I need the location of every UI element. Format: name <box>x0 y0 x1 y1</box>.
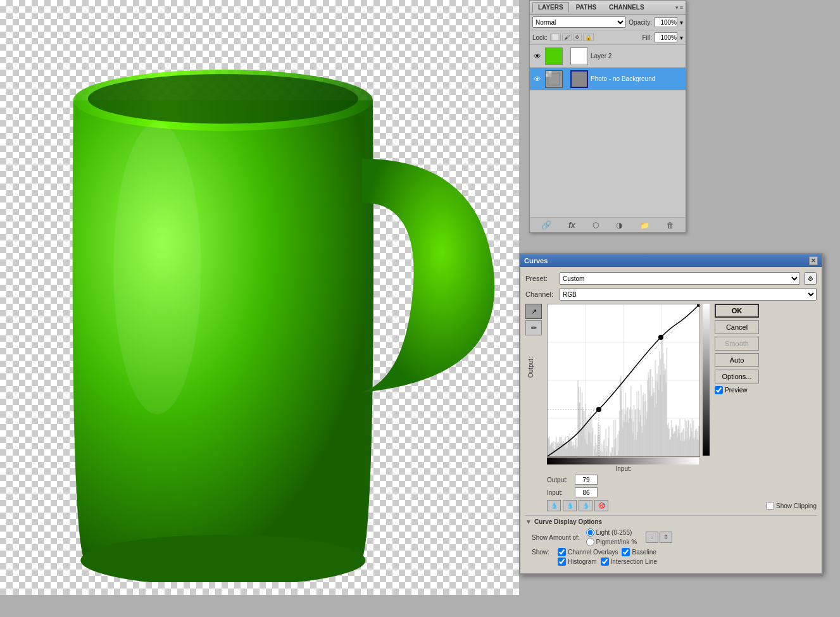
layer-mask-thumbnail <box>570 70 588 88</box>
lock-label: Lock: <box>532 34 548 41</box>
channel-overlays-checkbox[interactable] <box>558 548 566 556</box>
output-value-label: Output: <box>547 477 572 483</box>
grid-fine-button[interactable]: :: <box>646 532 658 543</box>
light-radio[interactable] <box>586 528 594 537</box>
layer-thumbnail <box>545 70 563 88</box>
pencil-tool-button[interactable]: ✏ <box>525 320 542 335</box>
svg-rect-10 <box>549 73 552 77</box>
preset-select[interactable]: Custom <box>560 272 800 285</box>
panel-menu-icon[interactable]: ≡ <box>680 4 683 11</box>
adjustment-layer-icon[interactable]: ◑ <box>616 221 622 230</box>
input-axis-label: Input: <box>547 465 700 472</box>
layer-mask-icon[interactable]: ⬡ <box>592 221 599 230</box>
show-amount-label: Show Amount of: <box>532 534 580 541</box>
layers-bottom-bar: 🔗 fx ⬡ ◑ 📁 🗑 <box>530 217 686 232</box>
show-clipping-label: Show Clipping <box>776 502 817 509</box>
eyedropper-white-button[interactable]: 💧 <box>579 500 592 511</box>
fill-arrow[interactable]: ▾ <box>680 34 683 41</box>
curves-title: Curves <box>524 257 548 265</box>
curve-tool-button[interactable]: ↗ <box>525 304 542 319</box>
lock-move-icon[interactable]: ✥ <box>573 34 582 41</box>
preview-label: Preview <box>725 387 748 394</box>
layer-thumbnail <box>545 47 563 65</box>
panel-collapse-icon[interactable]: ▾ <box>675 4 679 11</box>
baseline-checkbox[interactable] <box>622 548 630 556</box>
fill-input[interactable] <box>655 32 677 42</box>
lock-transparent-icon[interactable]: ⬜ <box>550 34 561 41</box>
curves-adjust-icon[interactable]: ⚙ <box>804 272 817 285</box>
layer-visibility-icon[interactable]: 👁 <box>532 51 542 61</box>
curve-display-options: ▼ Curve Display Options Show Amount of: … <box>525 515 817 566</box>
preview-checkbox-container: Preview <box>715 386 759 394</box>
svg-rect-7 <box>546 71 549 74</box>
lock-paint-icon[interactable]: 🖌 <box>562 34 572 41</box>
preset-label: Preset: <box>525 275 556 282</box>
layer-row[interactable]: 👁 Layer 2 <box>530 45 686 68</box>
pigment-label: Pigment/Ink % <box>596 539 637 545</box>
smooth-button[interactable]: Smooth <box>715 337 759 351</box>
output-axis-label: Output: <box>527 357 534 378</box>
close-button[interactable]: ✕ <box>809 256 818 265</box>
mug-container <box>0 0 519 595</box>
input-gradient-bar <box>547 458 699 464</box>
pigment-radio[interactable] <box>586 538 594 546</box>
layer-name: Photo - no Background <box>591 75 683 82</box>
opacity-arrow[interactable]: ▾ <box>680 19 683 26</box>
curves-graph-canvas[interactable] <box>547 304 700 457</box>
ok-button[interactable]: OK <box>715 304 759 318</box>
panel-header: LAYERS PATHS CHANNELS ▾ ≡ <box>530 1 686 15</box>
options-button[interactable]: Options... <box>715 370 759 383</box>
output-gradient-bar <box>703 304 710 456</box>
tab-layers[interactable]: LAYERS <box>532 2 569 13</box>
channel-select[interactable]: RGB Red Green Blue <box>560 288 817 301</box>
layers-list: 👁 Layer 2 👁 <box>530 45 686 217</box>
tab-channels[interactable]: CHANNELS <box>603 2 650 13</box>
auto-button[interactable]: Auto <box>715 353 759 367</box>
curves-dialog: Curves ✕ Preset: Custom ⚙ Channel: RGB R… <box>519 253 823 575</box>
blend-mode-select[interactable]: Normal <box>532 16 626 28</box>
lock-all-icon[interactable]: 🔒 <box>583 34 594 41</box>
cancel-button[interactable]: Cancel <box>715 320 759 334</box>
opacity-label: Opacity: <box>629 19 652 26</box>
eyedropper-grey-button[interactable]: 💧 <box>563 500 577 511</box>
svg-point-3 <box>113 122 201 414</box>
show-options-label: Show: <box>532 549 554 556</box>
lock-icons: ⬜ 🖌 ✥ 🔒 <box>550 34 594 41</box>
input-value-label: Input: <box>547 489 572 496</box>
group-layers-icon[interactable]: 📁 <box>640 221 649 230</box>
options-toggle-icon[interactable]: ▼ <box>525 518 532 525</box>
layer-mask-thumbnail <box>570 47 588 65</box>
opacity-input[interactable] <box>655 17 677 27</box>
output-value-input[interactable] <box>575 475 598 485</box>
link-layers-icon[interactable]: 🔗 <box>541 220 551 230</box>
layers-panel: LAYERS PATHS CHANNELS ▾ ≡ Normal Opacity… <box>529 0 686 233</box>
layer-visibility-icon[interactable]: 👁 <box>532 74 542 84</box>
baseline-label: Baseline <box>632 549 656 556</box>
input-value-input[interactable] <box>575 487 598 497</box>
channel-label: Channel: <box>525 290 556 298</box>
intersection-checkbox[interactable] <box>601 558 609 566</box>
svg-rect-8 <box>549 71 552 74</box>
histogram-checkbox[interactable] <box>558 558 566 566</box>
eyedropper-black-button[interactable]: 💧 <box>547 500 561 511</box>
show-clipping-checkbox[interactable] <box>766 502 774 510</box>
layer-row[interactable]: 👁 Photo - no Background <box>530 68 686 90</box>
layer-style-icon[interactable]: fx <box>568 221 575 230</box>
tab-paths[interactable]: PATHS <box>570 2 602 13</box>
svg-rect-9 <box>546 73 549 77</box>
canvas-area <box>0 0 519 595</box>
preview-checkbox[interactable] <box>715 386 723 394</box>
svg-rect-5 <box>572 49 587 64</box>
delete-layer-icon[interactable]: 🗑 <box>667 221 674 230</box>
curve-display-options-label: Curve Display Options <box>534 518 602 525</box>
channel-overlays-label: Channel Overlays <box>568 549 618 556</box>
svg-point-2 <box>88 74 358 123</box>
intersection-label: Intersection Line <box>611 558 657 565</box>
fill-label: Fill: <box>642 34 652 41</box>
light-label: Light (0-255) <box>596 529 632 536</box>
curves-title-bar: Curves ✕ <box>520 254 822 267</box>
mug-image <box>22 13 497 582</box>
target-adjust-button[interactable]: 🎯 <box>594 500 608 511</box>
layers-empty-area <box>530 90 686 217</box>
grid-coarse-button[interactable]: ⠿ <box>660 532 672 543</box>
